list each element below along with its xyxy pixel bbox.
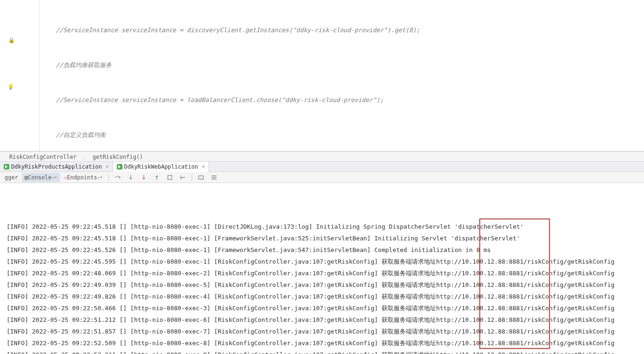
evaluate-button[interactable] bbox=[195, 173, 207, 182]
console-line[interactable]: [INFO] 2022-05-25 09:22:52.509 [] [http-… bbox=[7, 337, 637, 349]
step-out-button[interactable] bbox=[151, 173, 163, 182]
trace-button[interactable] bbox=[208, 173, 220, 182]
chevron-right-icon: 〉 bbox=[82, 155, 87, 160]
console-line[interactable]: [INFO] 2022-05-25 09:22:51.857 [] [http-… bbox=[7, 326, 637, 337]
svg-rect-0 bbox=[168, 175, 172, 179]
run-tab-web[interactable]: DdkyRiskWebApplication × bbox=[113, 162, 209, 172]
console-line[interactable]: [INFO] 2022-05-25 09:22:45.595 [] [http-… bbox=[7, 256, 637, 267]
breadcrumb[interactable]: RiskConfigController 〉 getRiskConfig() bbox=[0, 151, 644, 162]
console-line[interactable]: [INFO] 2022-05-25 09:22:45.518 [] [http-… bbox=[7, 232, 637, 244]
code-line[interactable]: //ServiceInstance serviceInstance = disc… bbox=[56, 24, 644, 36]
console-line[interactable]: [INFO] 2022-05-25 09:22:49.039 [] [http-… bbox=[7, 279, 637, 291]
run-tab-label: DdkyRiskProductsApplication bbox=[11, 163, 102, 170]
breadcrumb-method[interactable]: getRiskConfig() bbox=[93, 154, 143, 160]
code-line[interactable]: //ServiceInstance serviceInstance = load… bbox=[56, 94, 644, 106]
run-icon bbox=[117, 164, 122, 170]
close-icon[interactable]: × bbox=[106, 163, 109, 170]
lock-icon: 🔒 bbox=[8, 37, 15, 44]
separator bbox=[108, 174, 109, 181]
separator bbox=[192, 174, 192, 181]
console-line[interactable]: [INFO] 2022-05-25 09:22:51.212 [] [http-… bbox=[7, 314, 637, 326]
console-line[interactable]: [INFO] 2022-05-25 09:22:53.311 [] [http-… bbox=[7, 349, 637, 354]
editor-gutter: 💡 🔒 bbox=[0, 0, 40, 151]
tab-debugger[interactable]: gger bbox=[2, 173, 21, 182]
tab-endpoints[interactable]: ⟐ Endpoints →• bbox=[61, 173, 106, 182]
close-icon[interactable]: × bbox=[202, 163, 205, 170]
intention-bulb-icon[interactable]: 💡 bbox=[7, 84, 14, 90]
breadcrumb-class[interactable]: RiskConfigController bbox=[9, 154, 77, 160]
run-to-cursor-button[interactable] bbox=[177, 173, 189, 182]
console-line[interactable]: [INFO] 2022-05-25 09:22:45.526 [] [http-… bbox=[7, 244, 637, 256]
step-over-button[interactable] bbox=[112, 173, 124, 182]
run-icon bbox=[4, 164, 9, 170]
tab-console[interactable]: ▤ Console →• bbox=[22, 173, 60, 182]
console-output[interactable]: CSDN @10年打工人 [INFO] 2022-05-25 09:22:45.… bbox=[0, 183, 644, 354]
console-line[interactable]: [INFO] 2022-05-25 09:22:45.518 [] [http-… bbox=[7, 221, 637, 232]
run-config-tabs: DdkyRiskProductsApplication × DdkyRiskWe… bbox=[0, 162, 644, 172]
console-line[interactable]: [INFO] 2022-05-25 09:22:48.069 [] [http-… bbox=[7, 267, 637, 279]
run-tab-products[interactable]: DdkyRiskProductsApplication × bbox=[0, 162, 113, 172]
step-into-button[interactable] bbox=[125, 173, 137, 182]
code-editor[interactable]: 💡 🔒 //ServiceInstance serviceInstance = … bbox=[0, 0, 644, 151]
debug-toolbar: gger ▤ Console →• ⟐ Endpoints →• bbox=[0, 172, 644, 183]
code-line[interactable]: //负载均衡获取服务 bbox=[56, 59, 644, 71]
drop-frame-button[interactable] bbox=[164, 173, 176, 182]
code-line[interactable]: //自定义负载均衡 bbox=[56, 129, 644, 141]
run-tab-label: DdkyRiskWebApplication bbox=[124, 163, 198, 170]
console-line[interactable]: [INFO] 2022-05-25 09:22:49.826 [] [http-… bbox=[7, 291, 637, 302]
console-line[interactable]: [INFO] 2022-05-25 09:22:50.466 [] [http-… bbox=[7, 302, 637, 314]
svg-rect-1 bbox=[199, 176, 204, 179]
force-step-into-button[interactable] bbox=[138, 173, 150, 182]
